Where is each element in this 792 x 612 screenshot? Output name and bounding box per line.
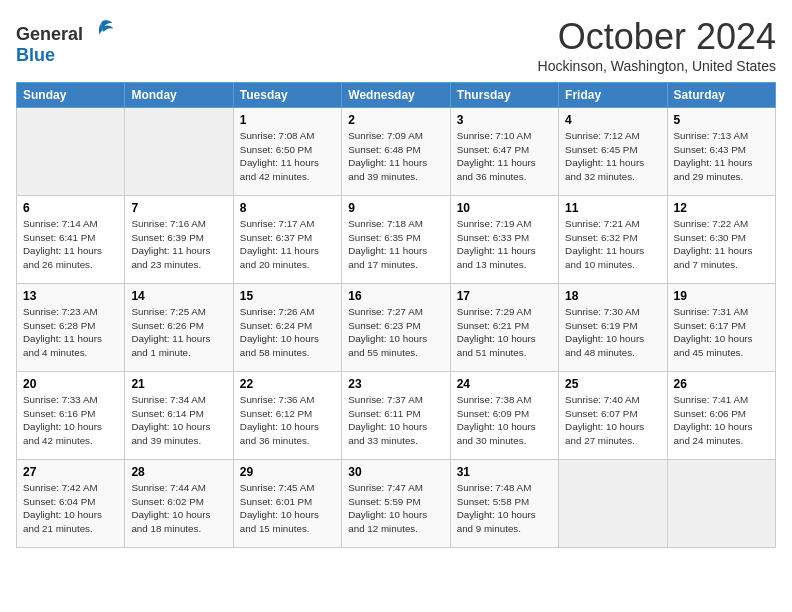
- day-number: 14: [131, 289, 226, 303]
- day-info: Sunrise: 7:22 AMSunset: 6:30 PMDaylight:…: [674, 217, 769, 272]
- day-info: Sunrise: 7:33 AMSunset: 6:16 PMDaylight:…: [23, 393, 118, 448]
- day-info: Sunrise: 7:25 AMSunset: 6:26 PMDaylight:…: [131, 305, 226, 360]
- day-number: 26: [674, 377, 769, 391]
- day-number: 4: [565, 113, 660, 127]
- day-number: 29: [240, 465, 335, 479]
- calendar-cell: 12Sunrise: 7:22 AMSunset: 6:30 PMDayligh…: [667, 196, 775, 284]
- logo: General Blue: [16, 16, 114, 66]
- day-info: Sunrise: 7:42 AMSunset: 6:04 PMDaylight:…: [23, 481, 118, 536]
- day-info: Sunrise: 7:17 AMSunset: 6:37 PMDaylight:…: [240, 217, 335, 272]
- calendar-cell: 13Sunrise: 7:23 AMSunset: 6:28 PMDayligh…: [17, 284, 125, 372]
- calendar-cell: 15Sunrise: 7:26 AMSunset: 6:24 PMDayligh…: [233, 284, 341, 372]
- week-row-1: 1Sunrise: 7:08 AMSunset: 6:50 PMDaylight…: [17, 108, 776, 196]
- day-number: 30: [348, 465, 443, 479]
- day-number: 16: [348, 289, 443, 303]
- day-info: Sunrise: 7:08 AMSunset: 6:50 PMDaylight:…: [240, 129, 335, 184]
- week-row-3: 13Sunrise: 7:23 AMSunset: 6:28 PMDayligh…: [17, 284, 776, 372]
- page-header: General Blue October 2024 Hockinson, Was…: [16, 16, 776, 74]
- calendar-cell: 1Sunrise: 7:08 AMSunset: 6:50 PMDaylight…: [233, 108, 341, 196]
- day-info: Sunrise: 7:09 AMSunset: 6:48 PMDaylight:…: [348, 129, 443, 184]
- day-number: 2: [348, 113, 443, 127]
- day-number: 8: [240, 201, 335, 215]
- week-row-4: 20Sunrise: 7:33 AMSunset: 6:16 PMDayligh…: [17, 372, 776, 460]
- day-info: Sunrise: 7:10 AMSunset: 6:47 PMDaylight:…: [457, 129, 552, 184]
- calendar-cell: 22Sunrise: 7:36 AMSunset: 6:12 PMDayligh…: [233, 372, 341, 460]
- day-info: Sunrise: 7:37 AMSunset: 6:11 PMDaylight:…: [348, 393, 443, 448]
- calendar-cell: 7Sunrise: 7:16 AMSunset: 6:39 PMDaylight…: [125, 196, 233, 284]
- calendar-cell: 26Sunrise: 7:41 AMSunset: 6:06 PMDayligh…: [667, 372, 775, 460]
- day-info: Sunrise: 7:41 AMSunset: 6:06 PMDaylight:…: [674, 393, 769, 448]
- day-number: 7: [131, 201, 226, 215]
- day-info: Sunrise: 7:45 AMSunset: 6:01 PMDaylight:…: [240, 481, 335, 536]
- day-number: 19: [674, 289, 769, 303]
- day-info: Sunrise: 7:48 AMSunset: 5:58 PMDaylight:…: [457, 481, 552, 536]
- day-number: 23: [348, 377, 443, 391]
- calendar-cell: 30Sunrise: 7:47 AMSunset: 5:59 PMDayligh…: [342, 460, 450, 548]
- day-number: 11: [565, 201, 660, 215]
- calendar-cell: 20Sunrise: 7:33 AMSunset: 6:16 PMDayligh…: [17, 372, 125, 460]
- month-title: October 2024: [538, 16, 776, 58]
- day-info: Sunrise: 7:23 AMSunset: 6:28 PMDaylight:…: [23, 305, 118, 360]
- weekday-header-tuesday: Tuesday: [233, 83, 341, 108]
- calendar-cell: 11Sunrise: 7:21 AMSunset: 6:32 PMDayligh…: [559, 196, 667, 284]
- calendar-cell: 27Sunrise: 7:42 AMSunset: 6:04 PMDayligh…: [17, 460, 125, 548]
- logo-bird-icon: [90, 16, 114, 40]
- title-block: October 2024 Hockinson, Washington, Unit…: [538, 16, 776, 74]
- calendar-cell: [667, 460, 775, 548]
- calendar-cell: 10Sunrise: 7:19 AMSunset: 6:33 PMDayligh…: [450, 196, 558, 284]
- week-row-5: 27Sunrise: 7:42 AMSunset: 6:04 PMDayligh…: [17, 460, 776, 548]
- day-info: Sunrise: 7:13 AMSunset: 6:43 PMDaylight:…: [674, 129, 769, 184]
- day-info: Sunrise: 7:26 AMSunset: 6:24 PMDaylight:…: [240, 305, 335, 360]
- week-row-2: 6Sunrise: 7:14 AMSunset: 6:41 PMDaylight…: [17, 196, 776, 284]
- day-info: Sunrise: 7:34 AMSunset: 6:14 PMDaylight:…: [131, 393, 226, 448]
- day-info: Sunrise: 7:29 AMSunset: 6:21 PMDaylight:…: [457, 305, 552, 360]
- day-number: 15: [240, 289, 335, 303]
- day-info: Sunrise: 7:19 AMSunset: 6:33 PMDaylight:…: [457, 217, 552, 272]
- weekday-header-thursday: Thursday: [450, 83, 558, 108]
- day-info: Sunrise: 7:31 AMSunset: 6:17 PMDaylight:…: [674, 305, 769, 360]
- location-title: Hockinson, Washington, United States: [538, 58, 776, 74]
- calendar-cell: 28Sunrise: 7:44 AMSunset: 6:02 PMDayligh…: [125, 460, 233, 548]
- calendar-cell: 8Sunrise: 7:17 AMSunset: 6:37 PMDaylight…: [233, 196, 341, 284]
- logo-blue: Blue: [16, 45, 55, 65]
- day-number: 27: [23, 465, 118, 479]
- calendar-cell: 25Sunrise: 7:40 AMSunset: 6:07 PMDayligh…: [559, 372, 667, 460]
- day-number: 25: [565, 377, 660, 391]
- day-number: 20: [23, 377, 118, 391]
- day-number: 5: [674, 113, 769, 127]
- weekday-header-friday: Friday: [559, 83, 667, 108]
- weekday-header-saturday: Saturday: [667, 83, 775, 108]
- logo-general: General: [16, 24, 83, 44]
- day-info: Sunrise: 7:38 AMSunset: 6:09 PMDaylight:…: [457, 393, 552, 448]
- weekday-header-sunday: Sunday: [17, 83, 125, 108]
- calendar-cell: [17, 108, 125, 196]
- calendar-cell: 5Sunrise: 7:13 AMSunset: 6:43 PMDaylight…: [667, 108, 775, 196]
- calendar-cell: 14Sunrise: 7:25 AMSunset: 6:26 PMDayligh…: [125, 284, 233, 372]
- day-number: 1: [240, 113, 335, 127]
- weekday-header-monday: Monday: [125, 83, 233, 108]
- calendar-cell: 6Sunrise: 7:14 AMSunset: 6:41 PMDaylight…: [17, 196, 125, 284]
- day-info: Sunrise: 7:40 AMSunset: 6:07 PMDaylight:…: [565, 393, 660, 448]
- calendar-table: SundayMondayTuesdayWednesdayThursdayFrid…: [16, 82, 776, 548]
- day-info: Sunrise: 7:16 AMSunset: 6:39 PMDaylight:…: [131, 217, 226, 272]
- weekday-header-row: SundayMondayTuesdayWednesdayThursdayFrid…: [17, 83, 776, 108]
- day-number: 9: [348, 201, 443, 215]
- logo-text: General Blue: [16, 16, 114, 66]
- day-number: 31: [457, 465, 552, 479]
- day-number: 6: [23, 201, 118, 215]
- day-info: Sunrise: 7:27 AMSunset: 6:23 PMDaylight:…: [348, 305, 443, 360]
- day-number: 10: [457, 201, 552, 215]
- day-info: Sunrise: 7:30 AMSunset: 6:19 PMDaylight:…: [565, 305, 660, 360]
- day-number: 18: [565, 289, 660, 303]
- day-number: 24: [457, 377, 552, 391]
- day-info: Sunrise: 7:14 AMSunset: 6:41 PMDaylight:…: [23, 217, 118, 272]
- calendar-cell: [559, 460, 667, 548]
- day-number: 3: [457, 113, 552, 127]
- weekday-header-wednesday: Wednesday: [342, 83, 450, 108]
- calendar-cell: 23Sunrise: 7:37 AMSunset: 6:11 PMDayligh…: [342, 372, 450, 460]
- day-number: 12: [674, 201, 769, 215]
- day-number: 17: [457, 289, 552, 303]
- calendar-cell: 3Sunrise: 7:10 AMSunset: 6:47 PMDaylight…: [450, 108, 558, 196]
- day-number: 22: [240, 377, 335, 391]
- calendar-cell: 4Sunrise: 7:12 AMSunset: 6:45 PMDaylight…: [559, 108, 667, 196]
